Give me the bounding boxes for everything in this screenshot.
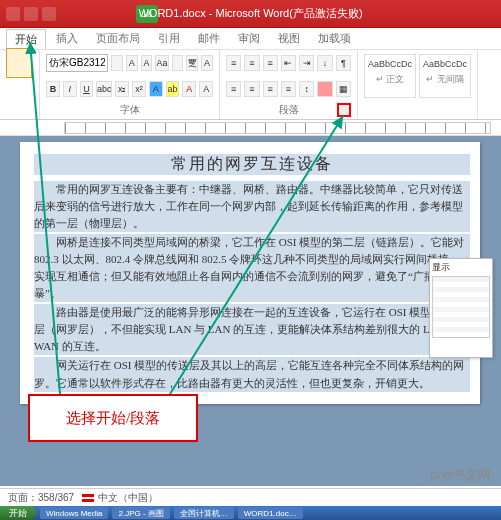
window-title: WORD1.docx - Microsoft Word(产品激活失败) (138, 6, 362, 21)
indent-dec-icon[interactable]: ⇤ (281, 55, 296, 71)
task-item[interactable]: 2.JPG - 画图 (112, 507, 169, 519)
italic-icon[interactable]: I (63, 81, 77, 97)
annotation-box: 选择开始/段落 (28, 394, 198, 442)
task-item[interactable]: WORD1.doc… (238, 507, 303, 519)
doc-paragraph[interactable]: 常用的网罗互连设备主要有：中继器、网桥、路由器。中继器比较简单，它只对传送后来变… (34, 181, 470, 232)
styles-pane-title: 显示 (432, 261, 490, 274)
shading-icon[interactable] (317, 81, 332, 97)
doc-paragraph[interactable]: 路由器是使用最广泛的能将异形网连接在一起的互连设备，它运行在 OSI 模型的第三… (34, 304, 470, 355)
doc-paragraph[interactable]: 网关运行在 OSI 模型的传送层及其以上的高层，它能互连各种完全不同体系结构的网… (34, 357, 470, 391)
font-size-input[interactable] (111, 55, 123, 71)
doc-paragraph[interactable]: 网桥是连接不同类型局域网的桥梁，它工作在 OSI 模型的第二层（链路层）。它能对… (34, 234, 470, 302)
tab-references[interactable]: 引用 (150, 29, 188, 48)
text-effect-icon[interactable]: A (149, 81, 163, 97)
tab-layout[interactable]: 页面布局 (88, 29, 148, 48)
tab-addins[interactable]: 加载项 (310, 29, 359, 48)
qat-save-icon[interactable] (6, 7, 20, 21)
borders-icon[interactable]: ▦ (336, 81, 351, 97)
qat-redo-icon[interactable] (42, 7, 56, 21)
align-center-icon[interactable]: ≡ (244, 81, 259, 97)
justify-icon[interactable]: ≡ (281, 81, 296, 97)
page[interactable]: 常用的网罗互连设备 常用的网罗互连设备主要有：中继器、网桥、路由器。中继器比较简… (20, 142, 480, 404)
tab-home[interactable]: 开始 (6, 29, 46, 49)
char-border-icon[interactable]: A (201, 55, 213, 71)
start-button[interactable]: 开始 (0, 506, 36, 520)
tab-insert[interactable]: 插入 (48, 29, 86, 48)
bold-icon[interactable]: B (46, 81, 60, 97)
ribbon: A A Aa 覂 A B I U abc x₂ x² A ab A A 字体 (0, 50, 501, 120)
taskbar: 开始 Windows Media 2.JPG - 画图 全国计算机… WORD1… (0, 506, 501, 520)
qat-undo-icon[interactable] (24, 7, 38, 21)
show-marks-icon[interactable]: ¶ (336, 55, 351, 71)
font-color-icon[interactable]: A (182, 81, 196, 97)
numbering-icon[interactable]: ≡ (244, 55, 259, 71)
ruler (0, 120, 501, 136)
style-normal[interactable]: AaBbCcDc ↵ 正文 (364, 54, 416, 98)
align-left-icon[interactable]: ≡ (226, 81, 241, 97)
char-shading-icon[interactable]: A (199, 81, 213, 97)
change-case-icon[interactable]: Aa (155, 55, 168, 71)
tab-view[interactable]: 视图 (270, 29, 308, 48)
doc-title[interactable]: 常用的网罗互连设备 (34, 154, 470, 175)
line-spacing-icon[interactable]: ↕ (299, 81, 314, 97)
flag-icon (82, 494, 94, 502)
paste-icon[interactable] (6, 48, 32, 78)
title-bar: 18 WORD1.docx - Microsoft Word(产品激活失败) (0, 0, 501, 28)
group-font-label: 字体 (46, 103, 213, 117)
status-lang: 中文（中国） (82, 491, 158, 505)
clear-format-icon[interactable] (172, 55, 184, 71)
shrink-font-icon[interactable]: A (141, 55, 153, 71)
tab-mailings[interactable]: 邮件 (190, 29, 228, 48)
multilevel-icon[interactable]: ≡ (263, 55, 278, 71)
task-item[interactable]: 全国计算机… (174, 507, 234, 519)
task-item[interactable]: Windows Media (40, 507, 108, 519)
highlight-icon[interactable]: ab (166, 81, 180, 97)
status-bar: 页面：358/367 中文（中国） (0, 488, 501, 506)
menu-bar: 开始 插入 页面布局 引用 邮件 审阅 视图 加载项 (0, 28, 501, 50)
styles-pane-body[interactable] (432, 276, 490, 338)
paragraph-launcher-icon[interactable] (337, 103, 351, 117)
styles-pane[interactable]: 显示 (429, 258, 493, 358)
align-right-icon[interactable]: ≡ (263, 81, 278, 97)
strike-icon[interactable]: abc (96, 81, 112, 97)
indent-inc-icon[interactable]: ⇥ (299, 55, 314, 71)
ruler-marks[interactable] (64, 122, 491, 134)
font-name-input[interactable] (46, 54, 108, 72)
sort-icon[interactable]: ↓ (317, 55, 332, 71)
watermark: php中文网 (430, 466, 491, 484)
group-paragraph-label: 段落 (226, 103, 351, 117)
status-page: 页面：358/367 (8, 491, 74, 505)
superscript-icon[interactable]: x² (132, 81, 146, 97)
phonetic-icon[interactable]: 覂 (186, 55, 198, 71)
grow-font-icon[interactable]: A (126, 55, 138, 71)
tab-review[interactable]: 审阅 (230, 29, 268, 48)
underline-icon[interactable]: U (80, 81, 94, 97)
subscript-icon[interactable]: x₂ (115, 81, 129, 97)
bullets-icon[interactable]: ≡ (226, 55, 241, 71)
style-nospacing[interactable]: AaBbCcDc ↵ 无间隔 (419, 54, 471, 98)
